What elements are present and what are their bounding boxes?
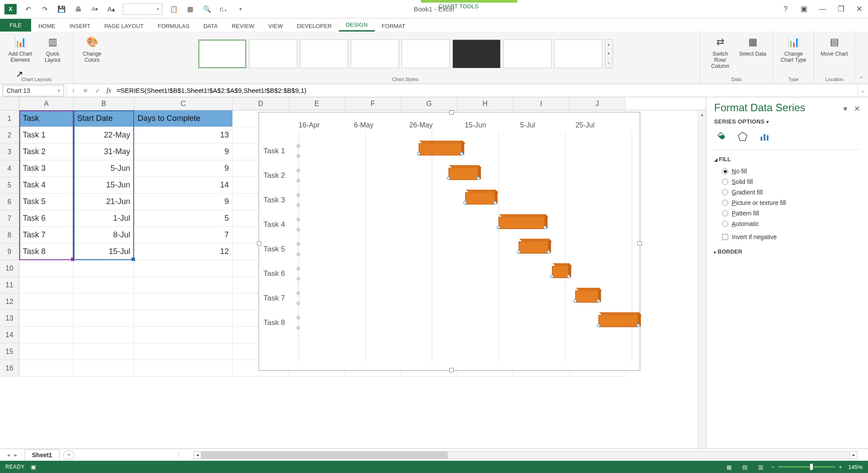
row-header-8[interactable]: 8 xyxy=(0,227,19,244)
select-all-button[interactable] xyxy=(0,97,19,110)
pane-close-button[interactable]: ✕ xyxy=(854,105,860,113)
row-header-1[interactable]: 1 xyxy=(0,110,19,127)
cell[interactable] xyxy=(134,327,233,343)
zoom-level[interactable]: 145% xyxy=(848,464,863,470)
cell[interactable] xyxy=(74,260,134,277)
fill-option[interactable]: Solid fill xyxy=(722,176,860,187)
row-header-5[interactable]: 5 xyxy=(0,177,19,194)
close-button[interactable]: ✕ xyxy=(855,5,864,14)
col-header-F[interactable]: F xyxy=(345,97,401,110)
row-header-6[interactable]: 6 xyxy=(0,194,19,210)
cell[interactable] xyxy=(74,327,134,343)
col-header-A[interactable]: A xyxy=(19,97,74,110)
cell[interactable]: 9 xyxy=(134,160,233,177)
fill-section-header[interactable]: FILL xyxy=(714,156,860,162)
horizontal-scrollbar[interactable]: ◂▸ xyxy=(193,451,857,459)
invert-if-negative-checkbox[interactable] xyxy=(722,234,728,240)
tab-review[interactable]: REVIEW xyxy=(225,20,261,32)
page-break-view-button[interactable]: ▥ xyxy=(756,463,765,471)
embedded-chart[interactable]: 16-Apr6-May26-May15-Jun5-Jul25-JulTask 1… xyxy=(259,112,640,371)
chart-style-2[interactable] xyxy=(249,39,297,68)
row-header-9[interactable]: 9 xyxy=(0,244,19,260)
tab-insert[interactable]: INSERT xyxy=(62,20,97,32)
effects-icon[interactable] xyxy=(736,130,749,143)
cell[interactable]: Days to Complete xyxy=(134,110,233,127)
add-chart-element-button[interactable]: 📊 Add Chart Element xyxy=(6,34,34,63)
cell[interactable]: 31-May xyxy=(74,144,134,160)
formula-input[interactable] xyxy=(114,85,857,96)
fx-icon[interactable]: fx xyxy=(104,87,114,94)
col-header-E[interactable]: E xyxy=(289,97,345,110)
collapse-ribbon-button[interactable]: ⌃ xyxy=(855,74,868,84)
chart-style-3[interactable] xyxy=(300,39,348,68)
cell[interactable] xyxy=(74,360,134,377)
minimize-button[interactable]: — xyxy=(818,5,827,14)
page-layout-view-button[interactable]: ▤ xyxy=(740,463,750,471)
qat-icon-3[interactable]: 🔍 xyxy=(202,4,212,14)
tab-data[interactable]: DATA xyxy=(196,20,225,32)
cell[interactable]: Start Date xyxy=(74,110,134,127)
tab-file[interactable]: FILE xyxy=(0,19,31,32)
chart-plot-area[interactable]: 16-Apr6-May26-May15-Jun5-Jul25-JulTask 1… xyxy=(299,121,631,361)
chart-bar[interactable] xyxy=(552,266,569,278)
row-header-2[interactable]: 2 xyxy=(0,127,19,144)
formula-dropdown-button[interactable]: ⁞ xyxy=(67,87,79,94)
save-button[interactable]: 💾 xyxy=(56,4,67,14)
chart-style-8[interactable] xyxy=(554,39,602,68)
row-header-12[interactable]: 12 xyxy=(0,293,19,310)
print-button[interactable]: 🖶 xyxy=(73,4,83,14)
chart-style-7[interactable] xyxy=(503,39,551,68)
cell[interactable]: Task 5 xyxy=(19,194,74,210)
cell[interactable]: 9 xyxy=(134,144,233,160)
cell[interactable]: 9 xyxy=(134,194,233,210)
row-header-10[interactable]: 10 xyxy=(0,260,19,277)
restore-button[interactable]: ❐ xyxy=(836,5,845,14)
qat-icon-4[interactable]: ⎌▾ xyxy=(218,4,229,14)
new-sheet-button[interactable]: + xyxy=(63,450,75,460)
chart-style-4[interactable] xyxy=(351,39,399,68)
fill-option[interactable]: Gradient fill xyxy=(722,187,860,198)
cell[interactable] xyxy=(19,293,74,310)
font-increase-button[interactable]: A▴ xyxy=(106,4,117,14)
tab-home[interactable]: HOME xyxy=(31,20,62,32)
tab-scroll-last-button[interactable]: ▸ xyxy=(14,452,18,458)
cell[interactable]: Task 2 xyxy=(19,144,74,160)
col-header-B[interactable]: B xyxy=(74,97,134,110)
row-header-13[interactable]: 13 xyxy=(0,310,19,327)
cell[interactable] xyxy=(74,277,134,293)
cell[interactable]: 22-May xyxy=(74,127,134,144)
redo-button[interactable]: ↷ xyxy=(39,4,50,14)
tab-design[interactable]: DESIGN xyxy=(339,18,375,32)
tab-view[interactable]: VIEW xyxy=(261,20,290,32)
cell[interactable]: 1-Jul xyxy=(74,210,134,227)
change-colors-button[interactable]: 🎨 Change Colors xyxy=(79,34,105,63)
cell[interactable] xyxy=(134,277,233,293)
tab-format[interactable]: FORMAT xyxy=(375,20,413,32)
cell[interactable]: Task 1 xyxy=(19,127,74,144)
cell[interactable]: 13 xyxy=(134,127,233,144)
cell[interactable] xyxy=(134,260,233,277)
change-chart-type-button[interactable]: 📊 Change Chart Type xyxy=(779,34,808,63)
row-header-16[interactable]: 16 xyxy=(0,360,19,377)
chart-bar[interactable] xyxy=(498,217,545,229)
cell[interactable]: 15-Jun xyxy=(74,177,134,194)
cell[interactable]: 21-Jun xyxy=(74,194,134,210)
cell[interactable]: 5 xyxy=(134,210,233,227)
tab-scroll-first-button[interactable]: ◂ xyxy=(7,452,10,458)
cell[interactable]: 8-Jul xyxy=(74,227,134,244)
row-header-14[interactable]: 14 xyxy=(0,327,19,343)
pane-options-button[interactable]: ▾ xyxy=(843,105,847,113)
cell[interactable] xyxy=(19,310,74,327)
cell[interactable] xyxy=(74,343,134,360)
chart-bar[interactable] xyxy=(465,192,495,205)
col-header-D[interactable]: D xyxy=(233,97,289,110)
fill-line-icon[interactable] xyxy=(714,130,727,143)
cell[interactable]: Task 8 xyxy=(19,244,74,260)
tab-developer[interactable]: DEVELOPER xyxy=(290,20,338,32)
cell[interactable]: Task 7 xyxy=(19,227,74,244)
fill-option[interactable]: No fill xyxy=(722,166,860,176)
enter-formula-button[interactable]: ✓ xyxy=(92,87,104,94)
cell[interactable] xyxy=(134,343,233,360)
row-header-4[interactable]: 4 xyxy=(0,160,19,177)
quick-layout-button[interactable]: ▥ Quick Layout xyxy=(39,34,67,63)
